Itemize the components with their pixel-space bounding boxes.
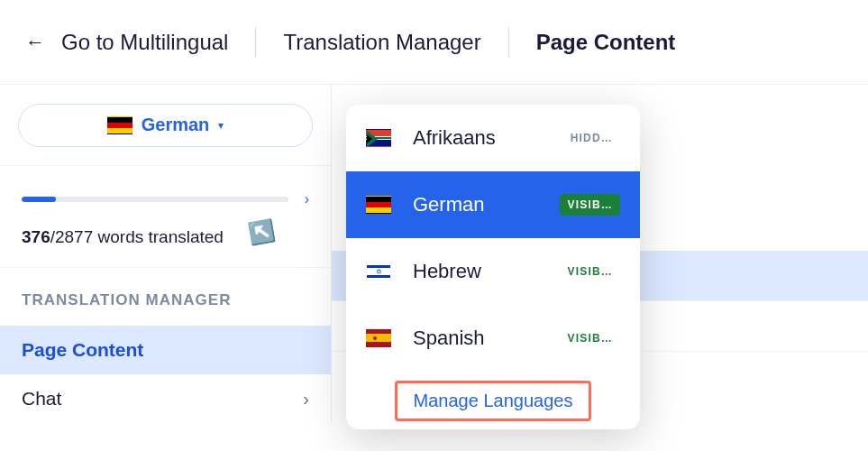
- sidebar-item-page-content[interactable]: Page Content: [0, 326, 331, 374]
- sidebar: German ▾ › 376/2877 words translated TRA…: [0, 85, 332, 423]
- language-option-spanish[interactable]: Spanish VISIB…: [346, 305, 640, 372]
- spain-flag-icon: [366, 329, 391, 347]
- breadcrumb: ← Go to Multilingual Translation Manager…: [0, 0, 868, 85]
- germany-flag-icon: [107, 116, 132, 134]
- chevron-down-icon: ▾: [218, 119, 224, 132]
- language-selector[interactable]: German ▾: [18, 104, 313, 147]
- israel-flag-icon: ✡: [366, 262, 391, 281]
- status-badge: HIDD…: [563, 127, 620, 149]
- language-option-label: Hebrew: [413, 260, 538, 283]
- language-option-afrikaans[interactable]: Afrikaans HIDD…: [346, 105, 640, 171]
- arrow-left-icon: ←: [25, 32, 45, 52]
- section-title: TRANSLATION MANAGER: [0, 268, 331, 309]
- progress-expand[interactable]: ›: [305, 191, 309, 207]
- crumb-translation-manager[interactable]: Translation Manager: [283, 30, 480, 55]
- progress-section: › 376/2877 words translated: [0, 166, 331, 268]
- progress-text: 376/2877 words translated: [22, 227, 309, 247]
- divider: [508, 27, 509, 58]
- back-to-multilingual[interactable]: ← Go to Multilingual: [25, 30, 228, 55]
- south-africa-flag-icon: [366, 129, 391, 147]
- language-option-hebrew[interactable]: ✡ Hebrew VISIB…: [346, 238, 640, 305]
- language-option-german[interactable]: German VISIB…: [346, 171, 640, 238]
- back-label: Go to Multilingual: [61, 30, 228, 55]
- crumb-page-content: Page Content: [536, 30, 676, 55]
- status-badge: VISIB…: [560, 194, 620, 216]
- chevron-right-icon: ›: [303, 388, 309, 410]
- progress-bar: [22, 197, 288, 202]
- sidebar-item-label: Chat: [22, 388, 61, 410]
- language-dropdown: Afrikaans HIDD… German VISIB… ✡ Hebrew V…: [346, 105, 640, 429]
- sidebar-item-label: Page Content: [22, 339, 143, 361]
- manage-languages-link[interactable]: Manage Languages: [395, 381, 592, 421]
- status-badge: VISIB…: [560, 261, 620, 282]
- language-option-label: German: [413, 193, 538, 216]
- germany-flag-icon: [366, 196, 391, 214]
- sidebar-item-chat[interactable]: Chat ›: [0, 374, 331, 423]
- language-option-label: Spanish: [413, 327, 538, 350]
- status-badge: VISIB…: [560, 327, 620, 349]
- sidebar-nav: Page Content Chat ›: [0, 326, 331, 423]
- language-option-label: Afrikaans: [413, 126, 542, 150]
- divider: [255, 27, 256, 58]
- language-selector-label: German: [142, 115, 210, 135]
